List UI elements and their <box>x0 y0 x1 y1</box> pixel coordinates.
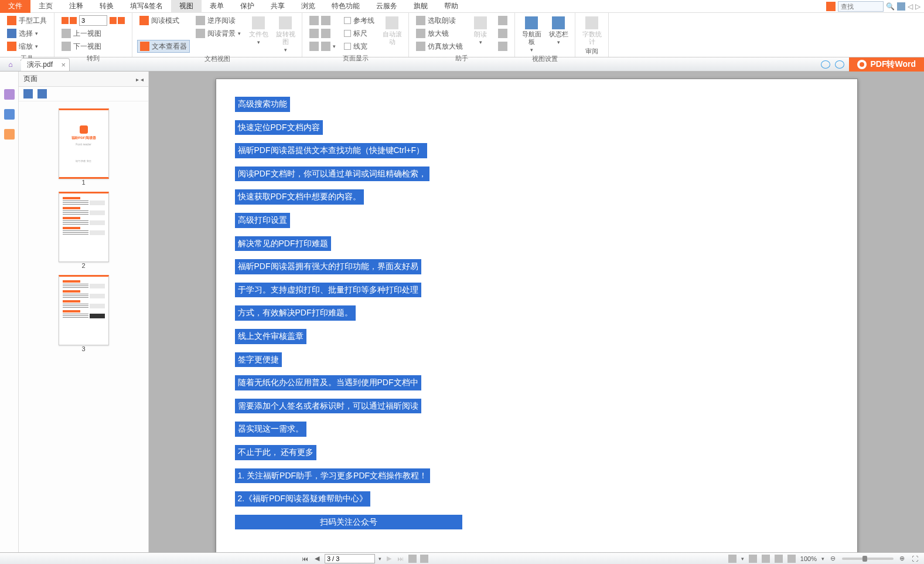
menu-file[interactable]: 文件 <box>0 0 30 13</box>
sidebar-icons <box>0 72 19 552</box>
hand-tool-button[interactable]: 手型工具 <box>5 14 49 27</box>
menu-browse[interactable]: 浏览 <box>293 0 323 13</box>
file-package-button[interactable]: 文件包▾ <box>247 14 270 46</box>
nav-panel-button[interactable]: 导航面板▾ <box>520 14 543 53</box>
magnifier-button[interactable]: 放大镜 <box>414 27 465 40</box>
close-tab-icon[interactable]: × <box>61 60 66 69</box>
word-count-button[interactable]: 字数统计 <box>580 14 604 46</box>
sb-page-input[interactable] <box>325 554 375 563</box>
nav-close-icon[interactable]: ◂ <box>141 76 144 83</box>
sb-layout-1-icon[interactable] <box>408 555 417 563</box>
text-line: 解决常见的PDF打印难题 <box>235 236 331 252</box>
text-line: 阅读PDF文档时，你可以通过单词或词组精确检索， <box>235 167 429 182</box>
zoom-in-icon[interactable]: ⊕ <box>898 555 906 563</box>
asst-opt-3[interactable] <box>496 40 510 53</box>
menu-fill-sign[interactable]: 填写&签名 <box>122 0 171 13</box>
text-line: 需要添加个人签名或者标识时，可以通过福昕阅读 <box>235 399 421 414</box>
first-page-icon[interactable] <box>62 17 69 24</box>
menu-form[interactable]: 表单 <box>202 0 232 13</box>
menu-feature[interactable]: 特色功能 <box>323 0 368 13</box>
reading-mode-button[interactable]: 阅读模式 <box>137 14 190 27</box>
sb-view-4-icon[interactable] <box>787 555 796 563</box>
ruler-checkbox[interactable]: 标尺 <box>342 27 377 40</box>
thumb-label-2: 2 <box>59 262 109 269</box>
document-tab[interactable]: 演示.pdf × <box>21 58 70 71</box>
select-tool-button[interactable]: 选择▾ <box>5 27 49 40</box>
text-line: 福昕PDF阅读器拥有强大的打印功能，界面友好易 <box>235 259 421 274</box>
ribbon-group-viewset: 视图设置 <box>520 53 570 63</box>
page-thumbnail-1[interactable]: 福昕PDF阅读器 Foxit reader 轻巧·快速·安全 <box>59 108 109 179</box>
fullscreen-icon[interactable]: ⛶ <box>911 555 919 563</box>
comments-panel-icon[interactable] <box>4 129 15 140</box>
reverse-reading-button[interactable]: 逆序阅读 <box>193 14 243 27</box>
text-viewer-button[interactable]: 文本查看器 <box>137 40 190 53</box>
nav-collapse-icon[interactable]: ▸ <box>136 76 139 83</box>
menu-cloud[interactable]: 云服务 <box>368 0 405 13</box>
rotate-view-button[interactable]: 旋转视图▾ <box>274 14 297 53</box>
nav-pane-title: 页面 <box>23 74 37 84</box>
fake-magnifier-button[interactable]: 仿真放大镜 <box>414 40 465 53</box>
menu-flagship[interactable]: 旗舰 <box>405 0 436 13</box>
text-line: 方式，有效解决PDF打印难题。 <box>235 305 356 321</box>
pdf-to-word-button[interactable]: PDF转Word <box>849 57 924 72</box>
menu-home[interactable]: 主页 <box>30 0 61 13</box>
text-line: 高级打印设置 <box>235 213 290 228</box>
next-page-icon[interactable] <box>110 17 117 24</box>
page-layout-2[interactable] <box>307 27 338 40</box>
text-line: 线上文件审核盖章 <box>235 329 306 344</box>
reading-bg-button[interactable]: 阅读背景▾ <box>193 27 243 40</box>
page-number-input[interactable] <box>79 15 107 26</box>
zoom-tool-button[interactable]: 缩放▾ <box>5 40 49 53</box>
speaker-icon <box>474 16 487 29</box>
page-thumbnail-3[interactable] <box>59 275 109 345</box>
page-content: 高级搜索功能 快速定位PDF文档内容 福昕PDF阅读器提供文本查找功能（快捷键C… <box>216 79 858 552</box>
status-bar-button[interactable]: 状态栏▾ <box>547 14 570 46</box>
settings-icon[interactable] <box>897 2 905 11</box>
sb-prev-page-icon[interactable]: ◀ <box>313 555 321 563</box>
page-thumbnail-2[interactable] <box>59 192 109 262</box>
zoom-slider[interactable] <box>842 558 894 560</box>
sb-view-3-icon[interactable] <box>775 555 783 563</box>
linewidth-checkbox[interactable]: 线宽 <box>342 40 377 53</box>
search-input[interactable] <box>838 1 884 12</box>
home-tab-icon[interactable]: ⌂ <box>0 57 21 72</box>
select-read-button[interactable]: 选取朗读 <box>414 14 465 27</box>
thumb-tool-1-icon[interactable] <box>23 89 33 98</box>
sb-next-page-icon[interactable]: ▶ <box>385 555 393 563</box>
last-page-icon[interactable] <box>118 17 125 24</box>
cloud-icon[interactable] <box>835 60 844 69</box>
menu-annotate[interactable]: 注释 <box>61 0 91 13</box>
cloud-sync-icon[interactable] <box>821 60 830 69</box>
asst-opt-1[interactable] <box>496 14 510 27</box>
page-layout-1[interactable] <box>307 14 338 27</box>
document-viewport[interactable]: 高级搜索功能 快速定位PDF文档内容 福昕PDF阅读器提供文本查找功能（快捷键C… <box>149 72 924 552</box>
prev-view-button[interactable]: 上一视图 <box>59 27 127 40</box>
sb-history-icon[interactable] <box>728 555 737 563</box>
asst-opt-2[interactable] <box>496 27 510 40</box>
workspace: 页面 ▸ ◂ 福昕PDF阅读器 Foxit reader 轻巧·快速·安全 1 <box>0 72 924 552</box>
auto-scroll-button[interactable]: 自动滚动 <box>380 14 404 46</box>
menu-protect[interactable]: 保护 <box>232 0 262 13</box>
menu-view[interactable]: 视图 <box>171 0 202 13</box>
pages-panel-icon[interactable] <box>4 109 15 120</box>
next-view-button[interactable]: 下一视图 <box>59 40 127 53</box>
zoom-out-icon[interactable]: ⊖ <box>829 555 837 563</box>
guides-checkbox[interactable]: 参考线 <box>342 14 377 27</box>
read-aloud-button[interactable]: 朗读▾ <box>469 14 492 46</box>
sb-view-2-icon[interactable] <box>762 555 770 563</box>
menu-help[interactable]: 帮助 <box>436 0 466 13</box>
sb-view-1-icon[interactable] <box>749 555 757 563</box>
text-line: 随着无纸化办公应用普及。当遇到使用PDF文档中 <box>235 375 421 390</box>
sb-last-page-icon[interactable]: ⏭ <box>397 555 405 563</box>
page-layout-3[interactable]: ▾ <box>307 40 338 53</box>
sb-first-page-icon[interactable]: ⏮ <box>301 555 309 563</box>
sb-layout-2-icon[interactable] <box>420 555 428 563</box>
menu-share[interactable]: 共享 <box>262 0 293 13</box>
search-icon[interactable] <box>826 2 836 11</box>
thumb-tool-2-icon[interactable] <box>37 89 47 98</box>
thumbnail-list: 福昕PDF阅读器 Foxit reader 轻巧·快速·安全 1 2 <box>19 101 148 552</box>
prev-page-icon[interactable] <box>70 17 77 24</box>
bookmark-panel-icon[interactable] <box>4 89 15 100</box>
menu-convert[interactable]: 转换 <box>91 0 122 13</box>
document-tab-label: 演示.pdf <box>27 60 53 70</box>
